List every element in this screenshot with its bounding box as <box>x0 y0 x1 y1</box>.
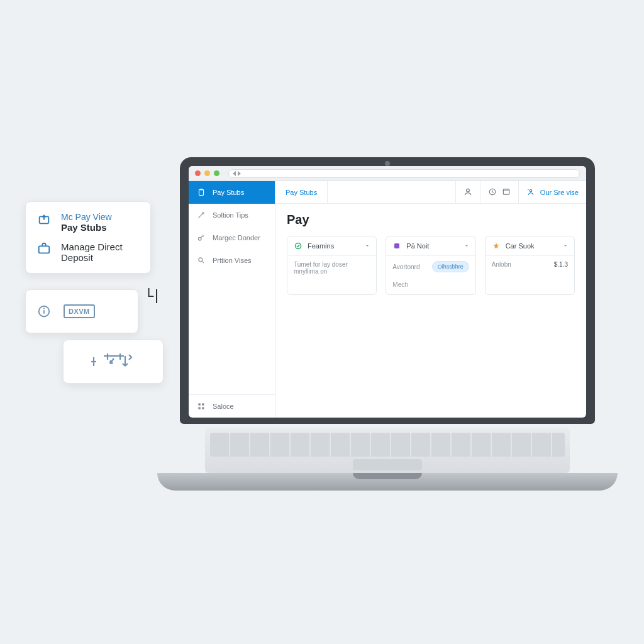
app: Pay Stubs Soltion Tips Mar <box>189 181 586 418</box>
topbar-time[interactable] <box>480 181 518 203</box>
camera-icon <box>385 161 390 166</box>
card-body-text: Anlobn <box>492 261 511 268</box>
window-minimize-icon[interactable] <box>204 170 210 176</box>
card-body: Tumet for lay doser mnyllima on <box>287 256 376 280</box>
laptop-frame: Pay Stubs Soltion Tips Mar <box>180 157 595 491</box>
float-subtitle: Pay Stubs <box>61 222 112 233</box>
browser-chrome <box>189 166 586 181</box>
content: Pay Feamins <box>275 204 586 306</box>
cards-row: Feamins Tumet for lay doser mnyllima on <box>287 236 575 295</box>
user-icon <box>464 187 472 197</box>
laptop-notch <box>353 473 422 479</box>
card-action-pill[interactable]: Oihssbhre <box>432 261 469 272</box>
svg-point-24 <box>530 189 532 192</box>
card-amount: $.1.3 <box>554 261 568 268</box>
svg-rect-4 <box>43 308 45 309</box>
svg-point-20 <box>467 189 470 192</box>
address-bar[interactable] <box>228 169 580 178</box>
topbar-spacer <box>328 181 455 203</box>
card-net[interactable]: Pä Noit Avortonrd Oihssbhre <box>386 236 475 295</box>
card-header: Car Suok <box>486 236 574 256</box>
card-body: Avortonrd Oihssbhre <box>386 256 475 277</box>
float-item-view-paystubs[interactable]: Mc Pay View Pay Stubs <box>37 212 139 233</box>
topbar-service[interactable]: Our Sre vise <box>518 181 586 203</box>
card-body-text: Tumet for lay doser mnyllima on <box>294 261 370 275</box>
sidebar-item-label: Saloce <box>213 402 234 410</box>
briefcase-icon <box>37 242 52 258</box>
float-card-bottom[interactable] <box>63 340 164 384</box>
svg-point-14 <box>198 237 201 240</box>
laptop-trackpad <box>353 459 422 470</box>
float-card-mid[interactable]: DXVM <box>25 289 138 333</box>
sidebar-item-label: Soltion Tips <box>213 211 248 219</box>
sidebar-item-label: Margec Donder <box>213 234 260 242</box>
topbar: Pay Stubs <box>275 181 586 204</box>
breadcrumb[interactable]: Pay Stubs <box>275 181 328 203</box>
clipboard-icon <box>196 187 206 197</box>
grid-icon <box>196 401 206 411</box>
float-item-direct-deposit[interactable]: Manage Direct Deposit <box>37 242 139 263</box>
card-title: Feamins <box>308 242 360 250</box>
float-item-label: Manage Direct Deposit <box>61 242 139 263</box>
star-icon <box>492 242 501 250</box>
float-text: Mc Pay View Pay Stubs <box>61 212 112 233</box>
search-icon <box>196 255 206 265</box>
chevron-down-icon[interactable] <box>365 242 370 250</box>
svg-rect-17 <box>202 403 204 406</box>
sidebar-item-partition[interactable]: Prttion Vises <box>189 249 275 272</box>
svg-rect-19 <box>202 407 204 409</box>
chevron-down-icon[interactable] <box>464 242 469 250</box>
svg-rect-12 <box>200 189 203 190</box>
svg-point-15 <box>199 258 203 262</box>
stage: Mc Pay View Pay Stubs Manage Direct Depo… <box>0 0 644 644</box>
sidebar-item-label: Prttion Vises <box>213 257 252 264</box>
window-icon <box>502 187 511 197</box>
card-body-secondary: Mech <box>386 277 475 294</box>
float-card-paystubs[interactable]: Mc Pay View Pay Stubs Manage Direct Depo… <box>25 201 151 274</box>
card-body: Anlobn $.1.3 <box>486 256 574 273</box>
clock-icon <box>488 187 497 197</box>
card-header: Pä Noit <box>386 236 475 256</box>
card-title: Car Suok <box>506 242 558 250</box>
sidebar-item-solution-tips[interactable]: Soltion Tips <box>189 204 275 226</box>
window-close-icon[interactable] <box>195 170 201 176</box>
sidebar-item-label: Pay Stubs <box>213 189 244 196</box>
svg-rect-16 <box>198 403 201 406</box>
card-summary[interactable]: Car Suok Anlobn $.1.3 <box>485 236 575 295</box>
key-icon <box>196 233 206 243</box>
card-earnings[interactable]: Feamins Tumet for lay doser mnyllima on <box>287 236 377 295</box>
svg-rect-22 <box>503 189 509 194</box>
svg-rect-11 <box>199 189 204 195</box>
svg-rect-3 <box>43 310 45 314</box>
topbar-user[interactable] <box>455 181 480 203</box>
main-area: Pay Stubs <box>275 181 586 418</box>
svg-rect-18 <box>198 407 201 409</box>
svg-point-13 <box>203 213 204 214</box>
sidebar-item-manage[interactable]: Margec Donder <box>189 226 275 249</box>
laptop-base <box>157 473 618 491</box>
card-body-text: Avortonrd <box>392 264 419 270</box>
card-square-icon <box>392 242 401 250</box>
card-title: Pä Noit <box>406 242 458 250</box>
card-header: Feamins <box>287 236 376 256</box>
screen: Pay Stubs Soltion Tips Mar <box>189 166 586 418</box>
sidebar: Pay Stubs Soltion Tips Mar <box>189 181 275 418</box>
brand-badge-icon: DXVM <box>64 304 95 318</box>
sparkle-user-icon <box>526 187 535 197</box>
svg-rect-26 <box>394 243 399 248</box>
page-title: Pay <box>287 213 575 227</box>
check-circle-icon <box>294 242 303 250</box>
transfer-icon <box>91 351 135 372</box>
info-circle-icon <box>37 304 51 318</box>
sidebar-item-footer[interactable]: Saloce <box>189 394 275 418</box>
sidebar-item-paystubs[interactable]: Pay Stubs <box>189 181 275 204</box>
chevron-down-icon[interactable] <box>563 242 568 250</box>
laptop-keyboard <box>205 428 570 473</box>
float-title: Mc Pay View <box>61 212 112 222</box>
sidebar-spacer <box>189 272 275 394</box>
tick-marker <box>156 289 157 303</box>
upload-icon <box>37 212 52 228</box>
topbar-service-label: Our Sre vise <box>540 189 579 196</box>
laptop-bezel: Pay Stubs Soltion Tips Mar <box>180 157 595 424</box>
window-maximize-icon[interactable] <box>214 170 219 176</box>
